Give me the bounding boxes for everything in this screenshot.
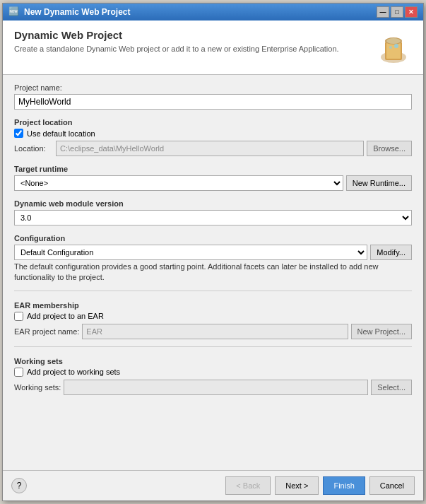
cancel-button[interactable]: Cancel: [369, 476, 415, 495]
ear-project-row: EAR project name: New Project...: [14, 324, 412, 339]
working-sets-label: Working sets: [14, 357, 412, 365]
working-sets-field-label: Working sets:: [14, 383, 61, 392]
header-section: Dynamic Web Project Create a standalone …: [3, 20, 423, 75]
working-sets-section: Working sets Add project to working sets…: [14, 354, 412, 395]
location-row: Location: Browse...: [14, 141, 412, 156]
web-module-version-label: Dynamic web module version: [14, 199, 412, 208]
project-name-row: Project name:: [14, 83, 412, 110]
select-button: Select...: [371, 380, 412, 395]
header-title: Dynamic Web Project: [14, 29, 339, 41]
working-sets-checkbox[interactable]: [14, 368, 23, 377]
svg-rect-2: [386, 43, 401, 59]
configuration-info: The default configuration provides a goo…: [14, 262, 412, 283]
dialog-content: Dynamic Web Project Create a standalone …: [3, 20, 423, 500]
new-project-button: New Project...: [351, 324, 412, 339]
project-location-section: Project location Use default location Lo…: [14, 115, 412, 156]
working-sets-checkbox-row: Add project to working sets: [14, 368, 412, 377]
footer-left: ?: [11, 478, 27, 493]
svg-point-5: [394, 44, 398, 48]
configuration-section: Configuration Default Configuration Modi…: [14, 231, 412, 283]
close-button[interactable]: ✕: [405, 6, 418, 18]
configuration-row: Default Configuration Modify...: [14, 245, 412, 260]
titlebar-controls: — □ ✕: [377, 6, 418, 18]
ear-project-label: EAR project name:: [14, 327, 79, 336]
ear-checkbox-row: Add project to an EAR: [14, 312, 412, 321]
footer: ? < Back Next > Finish Cancel: [3, 470, 423, 500]
configuration-label: Configuration: [14, 234, 412, 242]
window-title: New Dynamic Web Project: [24, 7, 372, 17]
ear-project-input: [82, 324, 348, 339]
titlebar: 🆕 New Dynamic Web Project — □ ✕: [3, 4, 423, 20]
target-runtime-label: Target runtime: [14, 165, 412, 173]
ear-checkbox-label: Add project to an EAR: [27, 312, 104, 320]
separator-2: [14, 346, 412, 347]
ear-checkbox[interactable]: [14, 312, 23, 321]
working-sets-row: Working sets: Select...: [14, 380, 412, 395]
project-icon: [375, 29, 412, 66]
target-runtime-row: <None> New Runtime...: [14, 175, 412, 191]
project-name-input[interactable]: [14, 94, 412, 110]
header-text: Dynamic Web Project Create a standalone …: [14, 29, 339, 54]
body-section: Project name: Project location Use defau…: [3, 75, 423, 470]
web-module-version-select[interactable]: 3.0 2.5 2.4 2.3: [14, 210, 412, 225]
minimize-button[interactable]: —: [377, 6, 389, 18]
ear-membership-label: EAR membership: [14, 301, 412, 310]
ear-membership-section: EAR membership Add project to an EAR EAR…: [14, 298, 412, 339]
footer-right: < Back Next > Finish Cancel: [225, 476, 415, 495]
target-runtime-section: Target runtime <None> New Runtime...: [14, 162, 412, 191]
help-button[interactable]: ?: [11, 478, 27, 493]
location-label: Location:: [14, 144, 53, 153]
svg-point-4: [386, 38, 401, 44]
use-default-location-checkbox[interactable]: [14, 129, 23, 138]
browse-button[interactable]: Browse...: [367, 141, 412, 156]
finish-button[interactable]: Finish: [323, 476, 365, 495]
configuration-select[interactable]: Default Configuration: [14, 245, 367, 260]
project-name-label: Project name:: [14, 83, 412, 92]
new-runtime-button[interactable]: New Runtime...: [346, 175, 412, 191]
separator-1: [14, 291, 412, 291]
window-icon: 🆕: [8, 6, 20, 18]
use-default-location-row: Use default location: [14, 129, 412, 138]
header-description: Create a standalone Dynamic Web project …: [14, 44, 339, 54]
main-window: 🆕 New Dynamic Web Project — □ ✕ Dynamic …: [2, 3, 424, 501]
target-runtime-select[interactable]: <None>: [14, 175, 343, 191]
project-location-label: Project location: [14, 118, 412, 127]
back-button[interactable]: < Back: [225, 476, 271, 495]
location-input: [56, 141, 364, 156]
web-module-version-row: 3.0 2.5 2.4 2.3: [14, 210, 412, 225]
modify-button[interactable]: Modify...: [370, 245, 412, 260]
svg-point-6: [389, 46, 392, 49]
use-default-location-label: Use default location: [27, 129, 95, 138]
web-module-version-section: Dynamic web module version 3.0 2.5 2.4 2…: [14, 197, 412, 225]
next-button[interactable]: Next >: [275, 476, 319, 495]
working-sets-checkbox-label: Add project to working sets: [27, 368, 120, 376]
working-sets-input: [64, 380, 368, 395]
maximize-button[interactable]: □: [391, 6, 403, 18]
